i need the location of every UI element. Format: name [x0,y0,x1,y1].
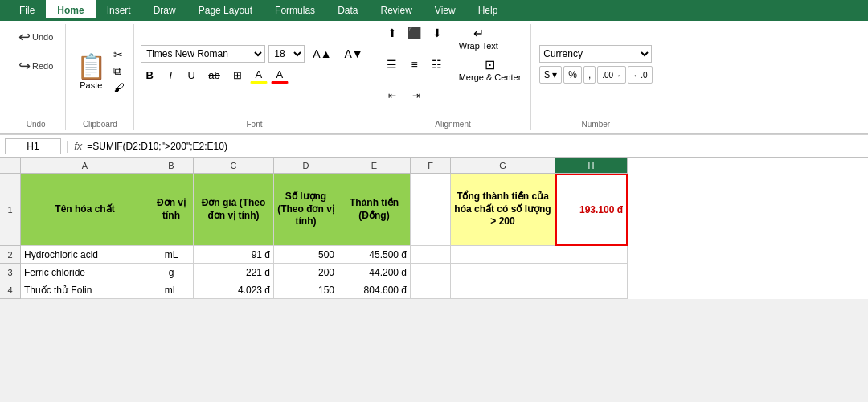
align-center-button[interactable]: ≡ [404,55,425,73]
cell-D2[interactable]: 500 [274,246,338,264]
cell-F2[interactable] [411,246,451,264]
merge-center-button[interactable]: ⊡ Merge & Center [456,55,525,84]
undo-group-label: Undo [27,120,46,129]
cell-A3[interactable]: Ferric chloride [21,264,149,281]
font-size-select[interactable]: 18 [268,45,305,63]
wrap-text-icon: ↵ [473,26,484,41]
table-row: Tên hóa chấtĐơn vị tínhĐơn giá (Theo đơn… [21,174,868,246]
row-header-3[interactable]: 3 [0,264,21,281]
cell-E3[interactable]: 44.200 đ [338,264,411,281]
number-group-label: Number [582,120,611,129]
cell-B3[interactable]: g [149,264,194,281]
cell-F3[interactable] [411,264,451,281]
cell-D3[interactable]: 200 [274,264,338,281]
row-header-4[interactable]: 4 [0,281,21,299]
col-header-F[interactable]: F [411,158,451,174]
cell-D4[interactable]: 150 [274,281,338,299]
undo-icon: ↩ [18,28,31,46]
align-left-button[interactable]: ☰ [382,55,403,73]
col-header-A[interactable]: A [21,158,149,174]
font-name-select[interactable]: Times New Roman [141,45,265,63]
cell-C2[interactable]: 91 đ [194,246,274,264]
borders-button[interactable]: ⊞ [228,66,247,84]
strikethrough-button[interactable]: ab [203,66,224,84]
cell-E1[interactable]: Thành tiền (Đồng) [338,174,411,246]
tab-file[interactable]: File [8,0,46,21]
bold-button[interactable]: B [141,66,158,84]
dec-increase-button[interactable]: .00→ [597,66,626,84]
copy-button[interactable]: ⧉ [111,64,127,79]
cell-A2[interactable]: Hydrochloric acid [21,246,149,264]
dec-decrease-button[interactable]: ←.0 [628,66,652,84]
col-header-H[interactable]: H [555,158,628,174]
cell-ref-input[interactable] [5,138,61,154]
paste-button[interactable]: 📋 Paste [73,51,109,92]
cell-H3[interactable] [555,264,628,281]
cell-H2[interactable] [555,246,628,264]
col-header-D[interactable]: D [274,158,338,174]
merge-center-label: Merge & Center [459,72,522,82]
formula-input[interactable] [87,141,863,152]
row-header-1[interactable]: 1 [0,174,21,246]
align-middle-button[interactable]: ⬛ [404,24,425,42]
row-header-2[interactable]: 2 [0,246,21,264]
tab-view[interactable]: View [424,0,467,21]
undo-button[interactable]: ↩ Undo [13,24,59,50]
increase-indent-button[interactable]: ⇥ [406,87,427,105]
col-header-E[interactable]: E [338,158,411,174]
underline-button[interactable]: U [182,66,200,84]
paste-icon: 📋 [76,52,106,80]
col-header-C[interactable]: C [194,158,274,174]
tab-formulas[interactable]: Formulas [264,0,326,21]
font-color-button[interactable]: A [271,66,289,84]
italic-button[interactable]: I [162,66,179,84]
cell-F4[interactable] [411,281,451,299]
paste-label: Paste [80,80,102,90]
cell-C3[interactable]: 221 đ [194,264,274,281]
cell-E2[interactable]: 45.500 đ [338,246,411,264]
cell-B4[interactable]: mL [149,281,194,299]
cell-C4[interactable]: 4.023 đ [194,281,274,299]
number-format-select[interactable]: Currency [539,45,652,63]
formula-bar: | fx [0,135,868,158]
decrease-indent-button[interactable]: ⇤ [382,87,403,105]
cell-B1[interactable]: Đơn vị tính [149,174,194,246]
cell-F1[interactable] [411,174,451,246]
tab-insert[interactable]: Insert [96,0,142,21]
fill-color-button[interactable]: A [250,66,268,84]
cell-H1[interactable]: 193.100 đ [555,174,628,246]
cut-button[interactable]: ✂ [111,47,127,62]
align-bottom-button[interactable]: ⬇ [427,24,448,42]
cell-G2[interactable] [451,246,555,264]
cell-G3[interactable] [451,264,555,281]
shrink-font-button[interactable]: A▼ [340,45,368,63]
cell-G1[interactable]: Tổng thành tiền của hóa chất có số lượng… [451,174,555,246]
cell-G4[interactable] [451,281,555,299]
cell-E4[interactable]: 804.600 đ [338,281,411,299]
wrap-text-label: Wrap Text [459,41,498,51]
tab-draw[interactable]: Draw [142,0,187,21]
table-row: Thuốc thử FolinmL4.023 đ150804.600 đ [21,281,868,299]
tab-data[interactable]: Data [326,0,369,21]
align-right-button[interactable]: ☷ [427,55,448,73]
percent-button[interactable]: % [563,66,582,84]
tab-page-layout[interactable]: Page Layout [187,0,264,21]
format-painter-button[interactable]: 🖌 [111,80,127,95]
redo-button[interactable]: ↪ Redo [13,53,59,79]
cell-C1[interactable]: Đơn giá (Theo đơn vị tính) [194,174,274,246]
dollar-button[interactable]: $ ▾ [539,66,562,84]
align-top-button[interactable]: ⬆ [382,24,403,42]
col-header-G[interactable]: G [451,158,555,174]
cell-H4[interactable] [555,281,628,299]
wrap-text-button[interactable]: ↵ Wrap Text [456,24,502,52]
cell-D1[interactable]: Số lượng (Theo đơn vị tính) [274,174,338,246]
tab-review[interactable]: Review [369,0,423,21]
cell-B2[interactable]: mL [149,246,194,264]
cell-A1[interactable]: Tên hóa chất [21,174,149,246]
tab-help[interactable]: Help [467,0,510,21]
cell-A4[interactable]: Thuốc thử Folin [21,281,149,299]
grow-font-button[interactable]: A▲ [308,45,336,63]
tab-home[interactable]: Home [46,0,95,21]
col-header-B[interactable]: B [149,158,194,174]
comma-button[interactable]: , [583,66,596,84]
